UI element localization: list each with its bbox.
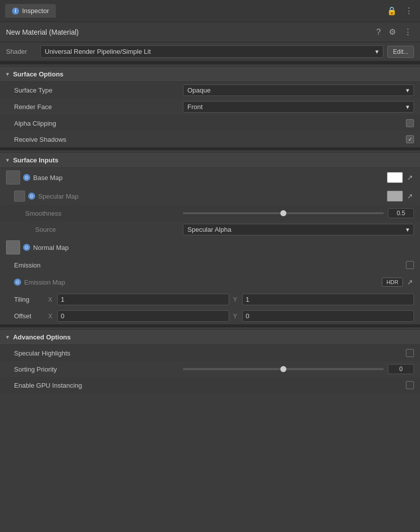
smoothness-slider-container: 0.5 — [183, 208, 414, 218]
base-map-value: ↗ — [387, 172, 414, 183]
advanced-options-title: Advanced Options — [13, 333, 71, 341]
specular-map-row: ⊙ Specular Map ↗ — [0, 187, 420, 205]
gpu-instancing-checkbox[interactable] — [406, 381, 414, 389]
inspector-tab[interactable]: i Inspector — [5, 4, 56, 18]
emission-map-row: ⊙ Emission Map HDR ↗ — [0, 273, 420, 291]
lock-button[interactable]: 🔒 — [385, 5, 399, 17]
tiling-label: Tiling — [14, 296, 44, 303]
material-header: New Material (Material) ? ⚙ ⋮ — [0, 22, 420, 42]
sorting-priority-row: Sorting Priority 0 — [0, 361, 420, 377]
sorting-priority-slider-fill — [183, 368, 283, 370]
gpu-instancing-row: Enable GPU Instancing — [0, 377, 420, 393]
divider-3 — [0, 324, 420, 327]
smoothness-slider-track[interactable] — [183, 212, 384, 214]
source-value: Specular Alpha ▾ — [183, 224, 414, 235]
render-face-row: Render Face Front ▾ — [0, 99, 420, 115]
surface-type-value: Opaque ▾ — [183, 84, 414, 96]
material-more-button[interactable]: ⋮ — [402, 26, 414, 38]
render-face-dropdown[interactable]: Front ▾ — [183, 101, 414, 113]
specular-highlights-value — [406, 349, 414, 357]
surface-inputs-header[interactable]: ▼ Surface Inputs — [0, 152, 420, 168]
shader-row: Shader Universal Render Pipeline/Simple … — [0, 42, 420, 61]
normal-map-circle-icon: ⊙ — [23, 244, 30, 251]
gpu-instancing-label: Enable GPU Instancing — [14, 382, 406, 389]
specular-map-pick-button[interactable]: ↗ — [406, 192, 414, 200]
normal-map-row: ⊙ Normal Map — [0, 238, 420, 257]
specular-highlights-checkbox[interactable] — [406, 349, 414, 357]
specular-map-value: ↗ — [387, 191, 414, 202]
emission-map-label: Emission Map — [24, 279, 379, 286]
divider-2 — [0, 147, 420, 150]
render-face-label: Render Face — [14, 103, 183, 111]
emission-value — [406, 261, 414, 269]
base-map-pick-button[interactable]: ↗ — [406, 173, 414, 182]
tiling-x-coord-label: X — [48, 296, 55, 303]
shader-value: Universal Render Pipeline/Simple Lit — [45, 48, 151, 55]
surface-options-header[interactable]: ▼ Surface Options — [0, 66, 420, 82]
alpha-clipping-value — [406, 119, 414, 127]
material-name: New Material (Material) — [6, 28, 79, 36]
surface-options-section: ▼ Surface Options Surface Type Opaque ▾ … — [0, 66, 420, 147]
receive-shadows-value — [406, 135, 414, 143]
surface-type-chevron-icon: ▾ — [406, 86, 409, 94]
normal-map-label: Normal Map — [33, 244, 414, 251]
title-bar: i Inspector 🔒 ⋮ — [0, 0, 420, 22]
surface-type-dropdown[interactable]: Opaque ▾ — [183, 84, 414, 96]
base-map-label: Base Map — [33, 174, 384, 182]
sorting-priority-slider-thumb[interactable] — [280, 366, 286, 372]
material-header-right: ? ⚙ ⋮ — [374, 26, 414, 38]
more-button[interactable]: ⋮ — [403, 5, 415, 17]
base-map-row: ⊙ Base Map ↗ — [0, 168, 420, 187]
tiling-x-input[interactable] — [57, 294, 229, 305]
tiling-y-input[interactable] — [242, 294, 414, 305]
title-bar-right: 🔒 ⋮ — [385, 5, 415, 17]
base-map-color-swatch[interactable] — [387, 172, 403, 183]
offset-x-coord-label: X — [48, 313, 55, 320]
sorting-priority-slider-track[interactable] — [183, 368, 384, 370]
offset-row: Offset X Y — [0, 308, 420, 324]
alpha-clipping-checkbox[interactable] — [406, 119, 414, 127]
advanced-options-section: ▼ Advanced Options Specular Highlights S… — [0, 329, 420, 393]
offset-x-group: X — [48, 310, 229, 322]
advanced-options-chevron-icon: ▼ — [5, 334, 10, 340]
settings-button[interactable]: ⚙ — [387, 26, 398, 38]
emission-row: Emission — [0, 257, 420, 273]
offset-y-input[interactable] — [242, 310, 414, 322]
smoothness-value-display[interactable]: 0.5 — [388, 208, 414, 218]
smoothness-value: 0.5 — [183, 208, 414, 218]
emission-checkbox[interactable] — [406, 261, 414, 269]
smoothness-row: Smoothness 0.5 — [0, 205, 420, 221]
surface-inputs-chevron-icon: ▼ — [5, 157, 10, 163]
specular-highlights-row: Specular Highlights — [0, 345, 420, 361]
render-face-chevron-icon: ▾ — [406, 103, 409, 111]
surface-type-row: Surface Type Opaque ▾ — [0, 82, 420, 99]
source-dropdown[interactable]: Specular Alpha ▾ — [183, 224, 414, 235]
smoothness-slider-fill — [183, 212, 283, 214]
specular-map-color-swatch[interactable] — [387, 191, 403, 202]
offset-y-coord-label: Y — [233, 313, 240, 320]
shader-label: Shader — [6, 48, 36, 55]
hdr-badge[interactable]: HDR — [382, 278, 403, 287]
chevron-down-icon: ▾ — [375, 48, 379, 55]
specular-highlights-label: Specular Highlights — [14, 349, 406, 357]
edit-shader-button[interactable]: Edit... — [387, 46, 414, 58]
alpha-clipping-label: Alpha Clipping — [14, 120, 406, 127]
specular-map-preview — [14, 191, 25, 202]
emission-map-pick-button[interactable]: ↗ — [406, 278, 414, 286]
advanced-options-header[interactable]: ▼ Advanced Options — [0, 329, 420, 345]
offset-x-input[interactable] — [57, 310, 229, 322]
base-map-preview — [6, 170, 20, 185]
help-button[interactable]: ? — [374, 27, 383, 38]
alpha-clipping-row: Alpha Clipping — [0, 115, 420, 131]
tab-label: Inspector — [22, 7, 49, 15]
surface-options-title: Surface Options — [13, 70, 63, 78]
offset-label: Offset — [14, 312, 44, 320]
shader-dropdown[interactable]: Universal Render Pipeline/Simple Lit ▾ — [40, 45, 383, 58]
emission-label: Emission — [14, 261, 406, 269]
gpu-instancing-value — [406, 381, 414, 389]
sorting-priority-value-display[interactable]: 0 — [388, 364, 414, 374]
receive-shadows-checkbox[interactable] — [406, 135, 414, 143]
surface-type-selected: Opaque — [187, 86, 211, 94]
emission-map-value: HDR ↗ — [382, 278, 414, 287]
smoothness-slider-thumb[interactable] — [280, 210, 286, 216]
